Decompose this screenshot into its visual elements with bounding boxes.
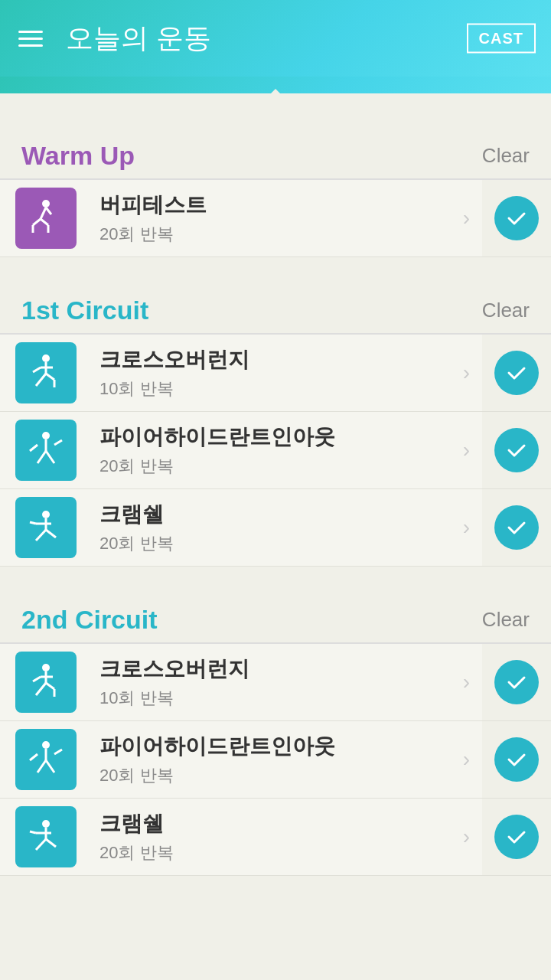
exercise-name: 크램쉘 bbox=[99, 809, 455, 838]
exercise-item: 파이어하이드란트인아웃 20회 반복 › bbox=[0, 412, 551, 489]
exercise-rep: 20회 반복 bbox=[99, 841, 455, 864]
check-button[interactable] bbox=[482, 489, 551, 566]
clear-button-circuit1[interactable]: Clear bbox=[482, 299, 530, 322]
svg-line-12 bbox=[33, 368, 41, 372]
clear-button-warmup[interactable]: Clear bbox=[482, 144, 530, 168]
check-circle bbox=[494, 660, 539, 704]
exercise-thumbnail bbox=[15, 806, 77, 867]
chevron-right-icon: › bbox=[463, 361, 470, 385]
svg-line-2 bbox=[33, 219, 41, 225]
checkmark-icon bbox=[504, 361, 529, 385]
chevron-right-icon: › bbox=[463, 438, 470, 462]
exercise-rep: 10회 반복 bbox=[99, 687, 455, 710]
exercise-thumbnail bbox=[15, 188, 77, 249]
clear-button-circuit2[interactable]: Clear bbox=[482, 608, 530, 632]
header-decoration bbox=[0, 77, 551, 110]
exercise-rep: 20회 반복 bbox=[99, 532, 455, 555]
section-header-circuit2: 2nd Circuit Clear bbox=[0, 590, 551, 642]
section-warmup: Warm Up Clear 버피테스트 20회 반복 bbox=[0, 126, 551, 257]
cast-button[interactable]: CAST bbox=[467, 24, 536, 54]
exercise-rep: 20회 반복 bbox=[99, 223, 455, 246]
svg-line-10 bbox=[46, 374, 54, 380]
exercise-item: 파이어하이드란트인아웃 20회 반복 › bbox=[0, 721, 551, 799]
clamshell-icon bbox=[25, 507, 67, 548]
clamshell-icon bbox=[25, 816, 67, 858]
fire-hydrant-icon bbox=[25, 430, 67, 471]
check-button[interactable] bbox=[482, 721, 551, 798]
burpee-icon bbox=[25, 198, 67, 239]
exercise-rep: 10회 반복 bbox=[99, 377, 455, 400]
exercise-item: 버피테스트 20회 반복 › bbox=[0, 180, 551, 257]
checkmark-icon bbox=[504, 747, 529, 772]
exercise-item: 크램쉘 20회 반복 › bbox=[0, 489, 551, 567]
exercise-info: 파이어하이드란트인아웃 20회 반복 bbox=[92, 423, 463, 478]
svg-line-28 bbox=[36, 683, 46, 695]
checkmark-icon bbox=[504, 825, 529, 849]
section-title-circuit2: 2nd Circuit bbox=[21, 605, 158, 635]
page-title: 오늘의 운동 bbox=[66, 20, 211, 57]
exercise-name: 파이어하이드란트인아웃 bbox=[99, 732, 455, 761]
check-button[interactable] bbox=[482, 799, 551, 875]
checkmark-icon bbox=[504, 670, 529, 694]
chevron-right-icon: › bbox=[463, 747, 470, 772]
svg-line-38 bbox=[54, 750, 62, 754]
check-circle bbox=[494, 815, 539, 859]
check-button[interactable] bbox=[482, 412, 551, 488]
exercise-thumbnail bbox=[15, 497, 77, 558]
section-title-warmup: Warm Up bbox=[21, 141, 135, 171]
chevron-right-icon: › bbox=[463, 825, 470, 849]
exercise-name: 크로스오버런지 bbox=[99, 345, 455, 374]
svg-line-35 bbox=[37, 760, 46, 773]
exercise-info: 파이어하이드란트인아웃 20회 반복 bbox=[92, 732, 463, 787]
fire-hydrant-icon bbox=[25, 739, 67, 780]
svg-line-36 bbox=[46, 760, 54, 773]
exercise-thumbnail bbox=[15, 342, 77, 403]
check-button[interactable] bbox=[482, 644, 551, 720]
section-header-circuit1: 1st Circuit Clear bbox=[0, 280, 551, 333]
exercise-item: 크램쉘 20회 반복 › bbox=[0, 799, 551, 876]
checkmark-icon bbox=[504, 206, 529, 230]
check-circle bbox=[494, 737, 539, 782]
menu-button[interactable] bbox=[18, 31, 43, 47]
svg-line-16 bbox=[37, 451, 46, 463]
chevron-right-icon: › bbox=[463, 515, 470, 540]
section-circuit1: 1st Circuit Clear 크로스오버런지 10회 반복 bbox=[0, 280, 551, 567]
checkmark-icon bbox=[504, 515, 529, 540]
exercise-info: 크램쉘 20회 반복 bbox=[92, 809, 463, 864]
exercise-name: 크램쉘 bbox=[99, 500, 455, 529]
exercise-item: 크로스오버런지 10회 반복 › bbox=[0, 644, 551, 721]
section-circuit2: 2nd Circuit Clear 크로스오버런지 10회 반복 bbox=[0, 590, 551, 876]
svg-line-42 bbox=[46, 839, 56, 847]
exercise-info: 크로스오버런지 10회 반복 bbox=[92, 655, 463, 710]
exercise-thumbnail bbox=[15, 420, 77, 481]
svg-point-26 bbox=[42, 664, 50, 671]
check-button[interactable] bbox=[482, 180, 551, 256]
exercise-name: 버피테스트 bbox=[99, 191, 455, 220]
svg-point-14 bbox=[42, 432, 50, 439]
svg-line-31 bbox=[33, 677, 41, 681]
exercise-info: 크램쉘 20회 반복 bbox=[92, 500, 463, 555]
check-circle bbox=[494, 428, 539, 472]
section-header-warmup: Warm Up Clear bbox=[0, 126, 551, 178]
svg-line-9 bbox=[36, 374, 46, 386]
svg-point-0 bbox=[42, 200, 50, 207]
svg-line-24 bbox=[30, 522, 36, 524]
exercise-name: 파이어하이드란트인아웃 bbox=[99, 423, 455, 452]
exercise-item: 크로스오버런지 10회 반복 › bbox=[0, 335, 551, 412]
spacer bbox=[0, 265, 551, 280]
lunge-icon bbox=[25, 662, 67, 703]
check-circle bbox=[494, 351, 539, 395]
chevron-right-icon: › bbox=[463, 206, 470, 230]
svg-point-7 bbox=[42, 354, 50, 362]
exercise-info: 크로스오버런지 10회 반복 bbox=[92, 345, 463, 400]
svg-line-22 bbox=[36, 530, 46, 541]
check-circle bbox=[494, 196, 539, 240]
exercise-thumbnail bbox=[15, 729, 77, 790]
svg-line-23 bbox=[46, 530, 56, 537]
spacer bbox=[0, 574, 551, 590]
svg-point-39 bbox=[42, 820, 50, 828]
exercise-rep: 20회 반복 bbox=[99, 455, 455, 478]
check-button[interactable] bbox=[482, 335, 551, 411]
svg-line-18 bbox=[30, 445, 37, 451]
exercise-name: 크로스오버런지 bbox=[99, 655, 455, 684]
